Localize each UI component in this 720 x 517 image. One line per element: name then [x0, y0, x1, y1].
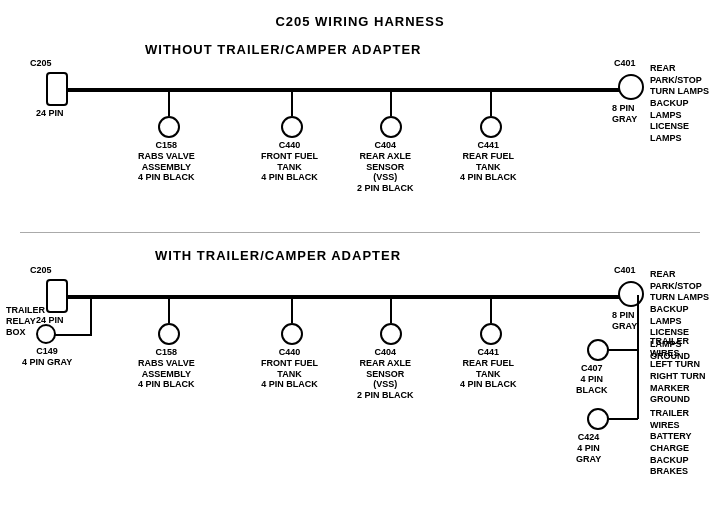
- section2-c158-vline: [168, 295, 170, 323]
- section2-title: WITH TRAILER/CAMPER ADAPTER: [155, 248, 401, 263]
- section2-c424-vline: [637, 349, 639, 419]
- section2-c424-circle: [587, 408, 609, 430]
- section1-c205-label: C205: [30, 58, 52, 69]
- section1-c404-circle: [380, 116, 402, 138]
- section1-c440-label: C440FRONT FUELTANK4 PIN BLACK: [261, 140, 318, 183]
- section1-c158-vline: [168, 88, 170, 116]
- section1-title: WITHOUT TRAILER/CAMPER ADAPTER: [145, 42, 422, 57]
- section2-c441-vline: [490, 295, 492, 323]
- section-divider: [20, 232, 700, 233]
- section1-c158-circle: [158, 116, 180, 138]
- section1-c440-circle: [281, 116, 303, 138]
- section2-hline: [62, 295, 637, 299]
- section1-c404-vline: [390, 88, 392, 116]
- section1-c205-rect: [46, 72, 68, 106]
- section2-c407-right-label: TRAILER WIRESLEFT TURNRIGHT TURNMARKERGR…: [650, 336, 720, 406]
- section2-c205-rect: [46, 279, 68, 313]
- diagram-area: C205 WIRING HARNESS WITHOUT TRAILER/CAMP…: [0, 0, 720, 490]
- section2-c424-label: C4244 PINGRAY: [576, 432, 601, 464]
- section2-trailer-vline: [90, 295, 92, 335]
- section2-c407-circle: [587, 339, 609, 361]
- section2-c404-vline: [390, 295, 392, 323]
- section1-c441-circle: [480, 116, 502, 138]
- section1-c441-vline: [490, 88, 492, 116]
- section2-c440-label: C440FRONT FUELTANK4 PIN BLACK: [261, 347, 318, 390]
- section1-c401-label: C401: [614, 58, 636, 69]
- section2-c407-vline-main: [637, 295, 639, 350]
- section2-c441-circle: [480, 323, 502, 345]
- section1-c205-sub: 24 PIN: [36, 108, 64, 119]
- section1-c158-label: C158RABS VALVEASSEMBLY4 PIN BLACK: [138, 140, 195, 183]
- section2-c205-label: C205: [30, 265, 52, 276]
- section2-c158-label: C158RABS VALVEASSEMBLY4 PIN BLACK: [138, 347, 195, 390]
- section2-c149-label: C1494 PIN GRAY: [22, 346, 72, 368]
- section1-right-label: REAR PARK/STOPTURN LAMPSBACKUP LAMPSLICE…: [650, 63, 720, 145]
- section2-c441-label: C441REAR FUELTANK4 PIN BLACK: [460, 347, 517, 390]
- section2-c158-circle: [158, 323, 180, 345]
- section2-c424-right-label: TRAILER WIRESBATTERY CHARGEBACKUPBRAKES: [650, 408, 720, 478]
- section1-c440-vline: [291, 88, 293, 116]
- section1-c401-sub: 8 PINGRAY: [612, 103, 637, 125]
- section1-c401-circle: [618, 74, 644, 100]
- section2-c149-circle: [36, 324, 56, 344]
- section1-c404-label: C404REAR AXLESENSOR(VSS)2 PIN BLACK: [357, 140, 414, 194]
- page-title: C205 WIRING HARNESS: [0, 6, 720, 29]
- section2-c404-circle: [380, 323, 402, 345]
- section2-c401-circle: [618, 281, 644, 307]
- section2-c440-circle: [281, 323, 303, 345]
- section2-c401-sub: 8 PINGRAY: [612, 310, 637, 332]
- section2-c401-label: C401: [614, 265, 636, 276]
- section1-c441-label: C441REAR FUELTANK4 PIN BLACK: [460, 140, 517, 183]
- section2-c407-label: C4074 PINBLACK: [576, 363, 608, 395]
- section1-hline: [62, 88, 637, 92]
- section2-c440-vline: [291, 295, 293, 323]
- section2-c404-label: C404REAR AXLESENSOR(VSS)2 PIN BLACK: [357, 347, 414, 401]
